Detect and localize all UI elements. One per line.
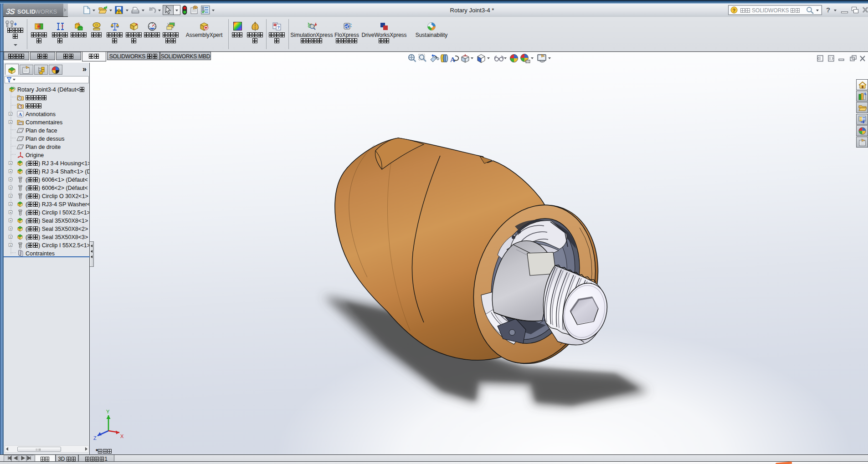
svg-text:A: A — [450, 56, 455, 63]
svg-text:Z: Z — [93, 435, 97, 441]
svg-text:A: A — [19, 112, 22, 117]
svg-text:X: X — [120, 433, 124, 439]
svg-text:Y: Y — [106, 409, 110, 414]
